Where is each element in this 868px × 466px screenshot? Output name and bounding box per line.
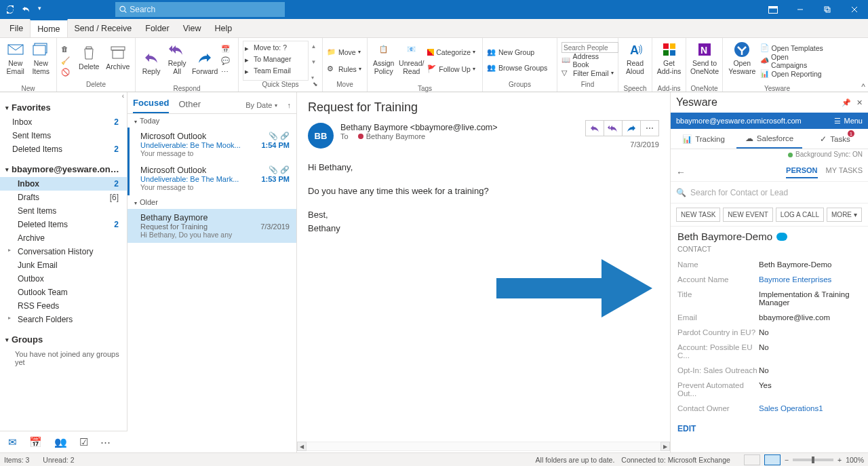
sync-icon[interactable] bbox=[5, 5, 15, 14]
cleanup-button[interactable]: 🧹 bbox=[61, 55, 73, 66]
im-button[interactable]: 💬 bbox=[221, 55, 234, 66]
folder-search-folders[interactable]: ▸Search Folders bbox=[0, 313, 127, 326]
reply-button[interactable]: Reply bbox=[140, 41, 163, 85]
folder-sent-items[interactable]: Sent Items bbox=[0, 129, 127, 142]
quickstep-item[interactable]: ▸Team Email bbox=[243, 64, 308, 76]
yesware-edit-button[interactable]: EDIT bbox=[671, 416, 868, 442]
more-nav-icon[interactable]: ⋯ bbox=[100, 436, 111, 448]
yesware-action-more[interactable]: MORE ▾ bbox=[827, 208, 862, 222]
close-button[interactable] bbox=[841, 0, 868, 19]
tab-other[interactable]: Other bbox=[178, 99, 201, 113]
meeting-button[interactable]: 📅 bbox=[221, 43, 234, 55]
folder-archive[interactable]: Archive bbox=[0, 231, 127, 245]
pin-icon[interactable]: 📌 bbox=[842, 98, 851, 107]
qstep-up-icon[interactable]: ▲ bbox=[311, 43, 319, 50]
junk-button[interactable]: 🚫 bbox=[61, 66, 73, 78]
move-button[interactable]: 📁Move▾ bbox=[327, 46, 364, 58]
message-item[interactable]: Bethany BaymoreRequest for Training7/3/2… bbox=[127, 209, 296, 243]
favorites-header[interactable]: ▾Favorites bbox=[0, 100, 127, 115]
new-email-button[interactable]: New Email bbox=[4, 41, 27, 85]
calendar-nav-icon[interactable]: 📅 bbox=[29, 436, 42, 448]
qstep-more-icon[interactable]: ▾ bbox=[311, 75, 319, 81]
new-items-button[interactable]: New Items bbox=[30, 41, 53, 85]
maximize-button[interactable] bbox=[814, 0, 841, 19]
zoom-in-button[interactable]: + bbox=[837, 456, 842, 464]
open-yesware-button[interactable]: Open Yesware bbox=[727, 41, 757, 85]
more-respond-button[interactable]: ⋯ bbox=[221, 66, 234, 78]
send-onenote-button[interactable]: N Send to OneNote bbox=[690, 41, 719, 85]
menu-view[interactable]: View bbox=[176, 19, 208, 37]
delete-button[interactable]: Delete bbox=[76, 41, 102, 81]
quickstep-item[interactable]: ▸Move to: ? bbox=[243, 41, 308, 53]
qstep-down-icon[interactable]: ▼ bbox=[311, 59, 319, 65]
account-header[interactable]: ▾bbaymore@yesware.onmicr... bbox=[0, 161, 127, 177]
tasks-nav-icon[interactable]: ☑ bbox=[79, 436, 88, 448]
menu-folder[interactable]: Folder bbox=[138, 19, 176, 37]
tab-focused[interactable]: Focused bbox=[133, 98, 169, 113]
folder-outbox[interactable]: Outbox bbox=[0, 272, 127, 286]
collapse-folder-pane-icon[interactable]: ‹ bbox=[0, 92, 127, 100]
folder-drafts[interactable]: Drafts[6] bbox=[0, 191, 127, 204]
groups-header[interactable]: ▾Groups bbox=[0, 332, 127, 347]
ignore-button[interactable]: 🗑 bbox=[61, 43, 73, 55]
open-campaigns-button[interactable]: 📣Open Campaigns bbox=[760, 55, 827, 66]
minimize-button[interactable] bbox=[787, 0, 814, 19]
menu-sendreceive[interactable]: Send / Receive bbox=[68, 19, 139, 37]
read-aloud-button[interactable]: A Read Aloud bbox=[623, 41, 648, 85]
scroll-right-button[interactable]: ▶ bbox=[660, 442, 670, 451]
archive-button[interactable]: Archive bbox=[105, 41, 132, 81]
global-search[interactable] bbox=[115, 2, 285, 17]
horizontal-scrollbar[interactable] bbox=[307, 442, 660, 451]
yesware-contact-search[interactable]: 🔍 Search for Contact or Lead bbox=[671, 182, 868, 203]
global-search-input[interactable] bbox=[130, 5, 281, 14]
forward-button[interactable]: Forward bbox=[191, 41, 218, 85]
zoom-out-button[interactable]: − bbox=[785, 456, 789, 464]
yesware-action-new-task[interactable]: NEW TASK bbox=[676, 208, 720, 222]
folder-outlook-team[interactable]: Outlook Team bbox=[0, 286, 127, 299]
browse-groups-button[interactable]: 👥Browse Groups bbox=[487, 62, 550, 73]
close-pane-icon[interactable]: ✕ bbox=[856, 98, 863, 107]
reply-all-button[interactable]: Reply All bbox=[165, 41, 189, 85]
message-item[interactable]: 📎 🔗Microsoft OutlookUndeliverable: Be Th… bbox=[127, 128, 296, 161]
quicksteps-launcher-icon[interactable]: ⬊ bbox=[313, 81, 318, 88]
yesware-back-button[interactable]: ← bbox=[676, 167, 686, 178]
folder-deleted-items[interactable]: Deleted Items2 bbox=[0, 142, 127, 156]
yesware-tab-salesforce[interactable]: ☁Salesforce bbox=[736, 129, 802, 149]
more-actions-button[interactable]: ⋯ bbox=[640, 120, 659, 136]
followup-button[interactable]: 🚩Follow Up▾ bbox=[427, 63, 478, 75]
subtab-mytasks[interactable]: MY TASKS bbox=[826, 166, 863, 178]
msglist-section-header[interactable]: ▾Older bbox=[127, 195, 296, 209]
reply-action-button[interactable] bbox=[585, 120, 604, 136]
sort-direction-icon[interactable]: ↑ bbox=[288, 101, 292, 109]
reply-all-action-button[interactable] bbox=[604, 120, 623, 136]
undo-icon[interactable] bbox=[22, 5, 31, 14]
open-reporting-button[interactable]: 📊Open Reporting bbox=[760, 68, 827, 79]
sort-by-date[interactable]: By Date ▾ ↑ bbox=[245, 101, 291, 113]
scroll-left-button[interactable]: ◀ bbox=[297, 442, 307, 451]
folder-conversation-history[interactable]: ▸Conversation History bbox=[0, 245, 127, 258]
rules-button[interactable]: ⚙Rules▾ bbox=[327, 63, 364, 75]
yesware-tab-tasks[interactable]: ✓Tasks1 bbox=[802, 129, 868, 149]
new-group-button[interactable]: 👥New Group bbox=[487, 46, 550, 58]
folder-rss-feeds[interactable]: RSS Feeds bbox=[0, 299, 127, 313]
menu-home[interactable]: Home bbox=[30, 19, 67, 37]
folder-inbox[interactable]: Inbox2 bbox=[0, 177, 127, 191]
yesware-menu-button[interactable]: ☰ Menu bbox=[834, 117, 863, 125]
yesware-action-new-event[interactable]: NEW EVENT bbox=[723, 208, 772, 222]
open-templates-button[interactable]: 📄Open Templates bbox=[760, 42, 827, 54]
yesware-action-log-a-call[interactable]: LOG A CALL bbox=[776, 208, 824, 222]
folder-junk-email[interactable]: Junk Email bbox=[0, 258, 127, 272]
view-normal-button[interactable] bbox=[744, 454, 760, 465]
menu-file[interactable]: File bbox=[3, 19, 30, 37]
yesware-tab-tracking[interactable]: 📊Tracking bbox=[671, 129, 736, 149]
folder-sent-items[interactable]: Sent Items bbox=[0, 204, 127, 218]
sender-avatar[interactable]: BB bbox=[308, 123, 334, 149]
address-book-button[interactable]: 📖Address Book bbox=[561, 54, 618, 66]
menu-help[interactable]: Help bbox=[208, 19, 239, 37]
subtab-person[interactable]: PERSON bbox=[786, 166, 817, 178]
collapse-ribbon-icon[interactable]: ^ bbox=[861, 82, 865, 92]
qat-customize-icon[interactable]: ▾ bbox=[38, 5, 47, 14]
folder-deleted-items[interactable]: Deleted Items2 bbox=[0, 218, 127, 231]
people-nav-icon[interactable]: 👥 bbox=[54, 436, 67, 448]
filter-email-button[interactable]: ▽Filter Email▾ bbox=[561, 67, 618, 79]
